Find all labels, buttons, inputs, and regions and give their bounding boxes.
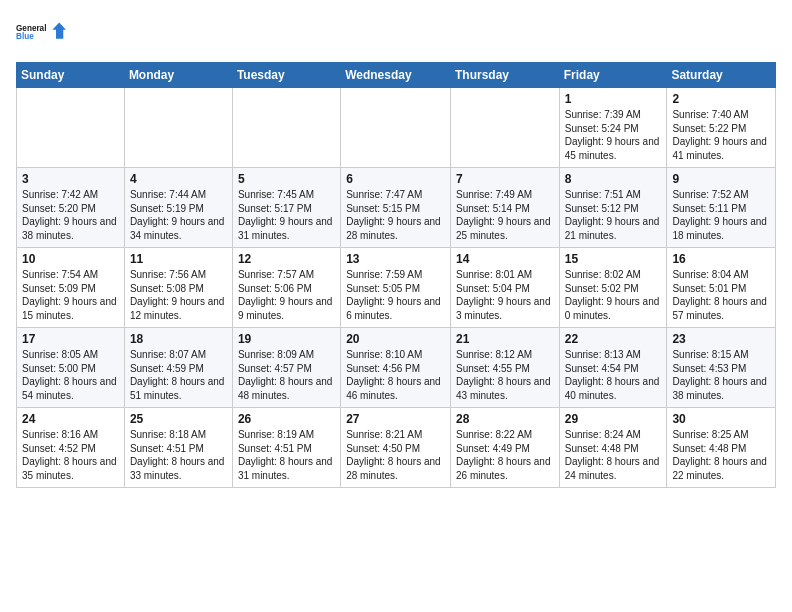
day-info: Sunrise: 7:57 AM Sunset: 5:06 PM Dayligh…: [238, 268, 335, 322]
day-info: Sunrise: 7:42 AM Sunset: 5:20 PM Dayligh…: [22, 188, 119, 242]
calendar-cell: 23Sunrise: 8:15 AM Sunset: 4:53 PM Dayli…: [667, 328, 776, 408]
day-info: Sunrise: 7:49 AM Sunset: 5:14 PM Dayligh…: [456, 188, 554, 242]
day-info: Sunrise: 7:52 AM Sunset: 5:11 PM Dayligh…: [672, 188, 770, 242]
page: General Blue SundayMondayTuesdayWednesda…: [0, 0, 792, 496]
weekday-header: Sunday: [17, 63, 125, 88]
day-number: 30: [672, 412, 770, 426]
calendar-cell: 2Sunrise: 7:40 AM Sunset: 5:22 PM Daylig…: [667, 88, 776, 168]
calendar-cell: 22Sunrise: 8:13 AM Sunset: 4:54 PM Dayli…: [559, 328, 667, 408]
header: General Blue: [16, 12, 776, 52]
day-number: 19: [238, 332, 335, 346]
day-number: 17: [22, 332, 119, 346]
day-number: 8: [565, 172, 662, 186]
day-number: 2: [672, 92, 770, 106]
day-number: 20: [346, 332, 445, 346]
day-info: Sunrise: 8:19 AM Sunset: 4:51 PM Dayligh…: [238, 428, 335, 482]
calendar-cell: 9Sunrise: 7:52 AM Sunset: 5:11 PM Daylig…: [667, 168, 776, 248]
day-number: 1: [565, 92, 662, 106]
day-info: Sunrise: 8:16 AM Sunset: 4:52 PM Dayligh…: [22, 428, 119, 482]
day-number: 23: [672, 332, 770, 346]
day-info: Sunrise: 8:25 AM Sunset: 4:48 PM Dayligh…: [672, 428, 770, 482]
calendar-week-row: 24Sunrise: 8:16 AM Sunset: 4:52 PM Dayli…: [17, 408, 776, 488]
calendar-cell: 4Sunrise: 7:44 AM Sunset: 5:19 PM Daylig…: [124, 168, 232, 248]
day-number: 11: [130, 252, 227, 266]
weekday-header: Thursday: [450, 63, 559, 88]
day-number: 27: [346, 412, 445, 426]
day-number: 21: [456, 332, 554, 346]
day-info: Sunrise: 7:54 AM Sunset: 5:09 PM Dayligh…: [22, 268, 119, 322]
calendar-cell: 16Sunrise: 8:04 AM Sunset: 5:01 PM Dayli…: [667, 248, 776, 328]
calendar-week-row: 3Sunrise: 7:42 AM Sunset: 5:20 PM Daylig…: [17, 168, 776, 248]
calendar-cell: 6Sunrise: 7:47 AM Sunset: 5:15 PM Daylig…: [341, 168, 451, 248]
day-info: Sunrise: 8:07 AM Sunset: 4:59 PM Dayligh…: [130, 348, 227, 402]
day-info: Sunrise: 7:44 AM Sunset: 5:19 PM Dayligh…: [130, 188, 227, 242]
weekday-header: Wednesday: [341, 63, 451, 88]
calendar-cell: 17Sunrise: 8:05 AM Sunset: 5:00 PM Dayli…: [17, 328, 125, 408]
day-number: 12: [238, 252, 335, 266]
day-number: 6: [346, 172, 445, 186]
svg-text:Blue: Blue: [16, 32, 34, 41]
day-info: Sunrise: 7:40 AM Sunset: 5:22 PM Dayligh…: [672, 108, 770, 162]
day-number: 3: [22, 172, 119, 186]
day-info: Sunrise: 7:45 AM Sunset: 5:17 PM Dayligh…: [238, 188, 335, 242]
svg-text:General: General: [16, 24, 46, 33]
calendar-cell: [341, 88, 451, 168]
day-number: 4: [130, 172, 227, 186]
day-info: Sunrise: 8:09 AM Sunset: 4:57 PM Dayligh…: [238, 348, 335, 402]
day-info: Sunrise: 8:10 AM Sunset: 4:56 PM Dayligh…: [346, 348, 445, 402]
calendar-cell: 20Sunrise: 8:10 AM Sunset: 4:56 PM Dayli…: [341, 328, 451, 408]
calendar-cell: 15Sunrise: 8:02 AM Sunset: 5:02 PM Dayli…: [559, 248, 667, 328]
day-info: Sunrise: 7:56 AM Sunset: 5:08 PM Dayligh…: [130, 268, 227, 322]
day-number: 24: [22, 412, 119, 426]
calendar-table: SundayMondayTuesdayWednesdayThursdayFrid…: [16, 62, 776, 488]
calendar-cell: 19Sunrise: 8:09 AM Sunset: 4:57 PM Dayli…: [232, 328, 340, 408]
day-info: Sunrise: 8:01 AM Sunset: 5:04 PM Dayligh…: [456, 268, 554, 322]
calendar-cell: 24Sunrise: 8:16 AM Sunset: 4:52 PM Dayli…: [17, 408, 125, 488]
calendar-cell: 25Sunrise: 8:18 AM Sunset: 4:51 PM Dayli…: [124, 408, 232, 488]
day-number: 26: [238, 412, 335, 426]
calendar-cell: 14Sunrise: 8:01 AM Sunset: 5:04 PM Dayli…: [450, 248, 559, 328]
weekday-header: Tuesday: [232, 63, 340, 88]
day-info: Sunrise: 8:13 AM Sunset: 4:54 PM Dayligh…: [565, 348, 662, 402]
calendar-cell: [124, 88, 232, 168]
day-number: 15: [565, 252, 662, 266]
calendar-header-row: SundayMondayTuesdayWednesdayThursdayFrid…: [17, 63, 776, 88]
day-number: 5: [238, 172, 335, 186]
weekday-header: Friday: [559, 63, 667, 88]
calendar-cell: 28Sunrise: 8:22 AM Sunset: 4:49 PM Dayli…: [450, 408, 559, 488]
day-info: Sunrise: 7:51 AM Sunset: 5:12 PM Dayligh…: [565, 188, 662, 242]
day-number: 16: [672, 252, 770, 266]
calendar-cell: 10Sunrise: 7:54 AM Sunset: 5:09 PM Dayli…: [17, 248, 125, 328]
day-info: Sunrise: 8:02 AM Sunset: 5:02 PM Dayligh…: [565, 268, 662, 322]
day-info: Sunrise: 8:15 AM Sunset: 4:53 PM Dayligh…: [672, 348, 770, 402]
day-number: 9: [672, 172, 770, 186]
day-number: 18: [130, 332, 227, 346]
day-info: Sunrise: 8:04 AM Sunset: 5:01 PM Dayligh…: [672, 268, 770, 322]
calendar-week-row: 17Sunrise: 8:05 AM Sunset: 5:00 PM Dayli…: [17, 328, 776, 408]
day-info: Sunrise: 7:47 AM Sunset: 5:15 PM Dayligh…: [346, 188, 445, 242]
day-number: 28: [456, 412, 554, 426]
calendar-week-row: 10Sunrise: 7:54 AM Sunset: 5:09 PM Dayli…: [17, 248, 776, 328]
calendar-cell: [17, 88, 125, 168]
calendar-cell: [232, 88, 340, 168]
day-info: Sunrise: 8:05 AM Sunset: 5:00 PM Dayligh…: [22, 348, 119, 402]
day-number: 29: [565, 412, 662, 426]
day-number: 10: [22, 252, 119, 266]
svg-marker-2: [52, 22, 66, 38]
calendar-cell: 27Sunrise: 8:21 AM Sunset: 4:50 PM Dayli…: [341, 408, 451, 488]
calendar-cell: 18Sunrise: 8:07 AM Sunset: 4:59 PM Dayli…: [124, 328, 232, 408]
day-number: 7: [456, 172, 554, 186]
calendar-cell: 1Sunrise: 7:39 AM Sunset: 5:24 PM Daylig…: [559, 88, 667, 168]
calendar-cell: 26Sunrise: 8:19 AM Sunset: 4:51 PM Dayli…: [232, 408, 340, 488]
day-info: Sunrise: 7:59 AM Sunset: 5:05 PM Dayligh…: [346, 268, 445, 322]
calendar-cell: 21Sunrise: 8:12 AM Sunset: 4:55 PM Dayli…: [450, 328, 559, 408]
day-info: Sunrise: 8:18 AM Sunset: 4:51 PM Dayligh…: [130, 428, 227, 482]
day-number: 22: [565, 332, 662, 346]
calendar-cell: [450, 88, 559, 168]
day-number: 25: [130, 412, 227, 426]
day-number: 14: [456, 252, 554, 266]
calendar-week-row: 1Sunrise: 7:39 AM Sunset: 5:24 PM Daylig…: [17, 88, 776, 168]
calendar-cell: 13Sunrise: 7:59 AM Sunset: 5:05 PM Dayli…: [341, 248, 451, 328]
calendar-cell: 5Sunrise: 7:45 AM Sunset: 5:17 PM Daylig…: [232, 168, 340, 248]
day-number: 13: [346, 252, 445, 266]
